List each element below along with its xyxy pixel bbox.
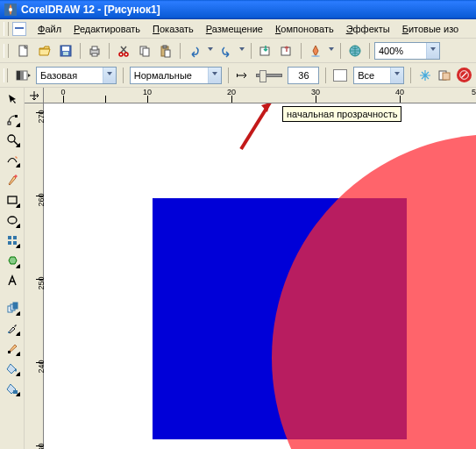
print-button[interactable] — [85, 41, 104, 61]
svg-rect-16 — [260, 47, 269, 55]
svg-rect-15 — [165, 50, 170, 57]
rectangle-tool[interactable] — [3, 190, 22, 210]
base-dropdown-button[interactable] — [103, 68, 116, 83]
svg-point-10 — [124, 53, 128, 56]
ruler-vertical[interactable]: 270 260 250 240 230 — [25, 103, 44, 449]
transparency-value[interactable] — [288, 67, 319, 84]
grip[interactable] — [4, 68, 8, 82]
undo-button[interactable] — [185, 41, 204, 61]
drawing-canvas[interactable]: начальная прозрачность — [44, 103, 476, 449]
outline-tool[interactable] — [3, 339, 22, 358]
window-title: CorelDRAW 12 - [Рисунок1] — [21, 4, 160, 16]
fill-swatch — [333, 69, 347, 82]
text-tool[interactable] — [3, 271, 22, 290]
ellipse-tool[interactable] — [3, 210, 22, 230]
standard-toolbar — [0, 39, 476, 63]
redo-button[interactable] — [217, 41, 236, 61]
svg-point-41 — [8, 331, 10, 333]
eyedropper-tool[interactable] — [3, 318, 22, 338]
apply-to-input[interactable] — [354, 68, 390, 83]
svg-rect-29 — [15, 115, 18, 118]
fill-swatch-button[interactable] — [332, 66, 350, 85]
zoom-dropdown-button[interactable] — [426, 43, 439, 59]
base-combo[interactable] — [36, 67, 117, 84]
transparency-input[interactable] — [288, 68, 318, 83]
menu-edit[interactable]: Редактировать — [67, 22, 146, 36]
svg-rect-17 — [281, 47, 290, 55]
document-icon[interactable] — [12, 22, 26, 36]
transparency-slider[interactable] — [256, 74, 283, 77]
zoom-input[interactable] — [375, 43, 426, 59]
svg-rect-35 — [13, 236, 17, 239]
svg-rect-25 — [443, 73, 450, 80]
mode-input[interactable] — [131, 68, 208, 83]
apply-to-combo[interactable] — [353, 67, 404, 84]
base-input[interactable] — [37, 68, 103, 83]
cut-button[interactable] — [114, 41, 133, 61]
svg-point-9 — [119, 53, 123, 56]
new-button[interactable] — [14, 41, 33, 61]
svg-rect-7 — [92, 46, 97, 50]
menu-file[interactable]: ФФайлайл — [32, 22, 67, 36]
copy-button[interactable] — [135, 41, 154, 61]
svg-point-30 — [8, 135, 15, 142]
svg-rect-42 — [8, 351, 11, 353]
svg-rect-23 — [237, 74, 238, 77]
svg-rect-36 — [8, 241, 11, 245]
annotation-arrow — [228, 103, 281, 158]
zoom-combo[interactable] — [374, 42, 440, 60]
slider-thumb[interactable] — [259, 70, 266, 82]
zoom-tool[interactable] — [3, 130, 22, 149]
export-button[interactable] — [277, 41, 296, 61]
transparency-type-button[interactable] — [15, 66, 32, 85]
save-button[interactable] — [56, 41, 75, 61]
basic-shapes-tool[interactable] — [3, 251, 22, 270]
svg-rect-22 — [20, 71, 24, 80]
smart-draw-tool[interactable] — [3, 170, 22, 189]
freeze-button[interactable] — [417, 66, 433, 85]
redo-dropdown[interactable] — [238, 41, 246, 61]
app-launcher-button[interactable] — [306, 41, 325, 61]
undo-dropdown[interactable] — [206, 41, 215, 61]
freehand-tool[interactable] — [3, 150, 22, 169]
svg-point-33 — [8, 217, 17, 224]
ruler-origin[interactable] — [25, 88, 44, 103]
copy-props-button[interactable] — [437, 66, 452, 85]
menu-bitmaps[interactable]: Битовые изо — [396, 22, 465, 36]
mode-combo[interactable] — [130, 67, 222, 84]
interactive-fill-tool[interactable] — [3, 379, 22, 398]
corel-online-button[interactable] — [345, 41, 365, 61]
title-bar: CorelDRAW 12 - [Рисунок1] — [0, 0, 476, 19]
clear-transparency-button[interactable] — [456, 66, 472, 85]
pick-tool[interactable] — [3, 89, 22, 109]
import-button[interactable] — [256, 41, 275, 61]
grip[interactable] — [4, 22, 9, 36]
fill-tool[interactable] — [3, 359, 22, 378]
apply-to-dropdown-button[interactable] — [390, 68, 403, 83]
transparency-start-icon — [235, 66, 251, 85]
polygon-tool[interactable] — [3, 231, 22, 250]
ruler-horizontal[interactable]: 0 10 20 30 40 50 — [44, 88, 476, 103]
ruler-container: 0 10 20 30 40 50 270 260 250 240 230 нач… — [25, 88, 476, 449]
property-bar — [0, 63, 476, 88]
shape-tool[interactable] — [3, 110, 22, 129]
blend-tool[interactable] — [3, 298, 22, 317]
menu-bar: ФФайлайл Редактировать Показать Размещен… — [0, 19, 476, 39]
menu-effects[interactable]: Эффекты — [340, 22, 396, 36]
open-button[interactable] — [35, 41, 54, 61]
menu-arrange[interactable]: Размещение — [200, 22, 269, 36]
svg-rect-8 — [92, 53, 97, 56]
svg-rect-34 — [8, 236, 11, 239]
svg-rect-12 — [143, 48, 149, 56]
mode-dropdown-button[interactable] — [208, 68, 221, 83]
paste-button[interactable] — [156, 41, 175, 61]
svg-point-18 — [311, 55, 320, 57]
menu-view[interactable]: Показать — [146, 22, 200, 36]
app-launcher-dropdown[interactable] — [327, 41, 336, 61]
red-ellipse-shape[interactable] — [272, 134, 476, 449]
svg-rect-14 — [163, 46, 167, 48]
toolbox — [0, 88, 25, 449]
svg-rect-21 — [17, 71, 20, 80]
menu-layout[interactable]: Компоновать — [269, 22, 340, 36]
grip[interactable] — [4, 44, 9, 58]
